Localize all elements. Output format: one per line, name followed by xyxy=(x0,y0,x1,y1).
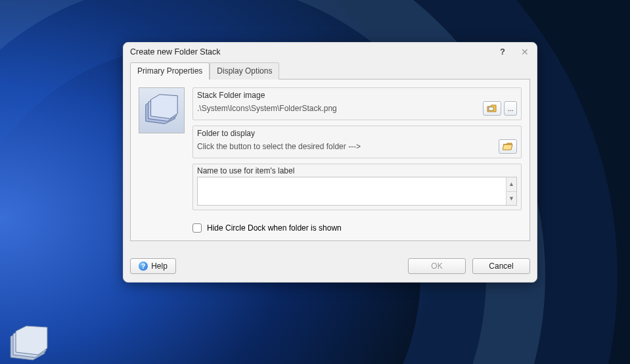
spin-down-button[interactable]: ▼ xyxy=(506,192,516,206)
name-label-group: Name to use for item's label ▲ ▼ xyxy=(192,164,522,210)
folder-to-display-value: Click the button to select the desired f… xyxy=(197,142,496,151)
help-icon: ? xyxy=(139,262,148,271)
cancel-button-label: Cancel xyxy=(489,262,513,271)
folder-to-display-label: Folder to display xyxy=(197,129,517,138)
titlebar: Create new Folder Stack ? ✕ xyxy=(124,43,537,59)
create-folder-stack-dialog: Create new Folder Stack ? ✕ Primary Prop… xyxy=(123,42,537,283)
browse-folder-button[interactable] xyxy=(499,139,517,154)
ok-button: OK xyxy=(408,258,466,274)
stack-folder-image-group: Stack Folder image .\System\Icons\System… xyxy=(192,87,522,120)
dialog-title: Create new Folder Stack xyxy=(130,47,497,57)
hide-dock-checkbox[interactable] xyxy=(192,223,202,233)
folder-picture-icon xyxy=(487,104,497,113)
dialog-body: Primary Properties Display Options St xyxy=(124,59,537,249)
titlebar-close-button: ✕ xyxy=(520,47,530,57)
stack-image-preview xyxy=(139,87,185,133)
tab-primary-properties[interactable]: Primary Properties xyxy=(130,62,210,80)
spin-up-button[interactable]: ▲ xyxy=(506,177,516,192)
cancel-button[interactable]: Cancel xyxy=(472,258,530,274)
folder-open-icon xyxy=(503,142,513,151)
svg-rect-0 xyxy=(489,107,493,110)
ellipsis-button[interactable]: ... xyxy=(504,101,517,116)
ok-button-label: OK xyxy=(431,262,442,271)
stack-folder-image-label: Stack Folder image xyxy=(197,91,517,100)
hide-dock-label: Hide Circle Dock when folder is shown xyxy=(207,223,342,233)
stack-folder-image-value: .\System\Icons\System\FolderStack.png xyxy=(197,104,480,113)
titlebar-help-button[interactable]: ? xyxy=(497,47,508,57)
tab-strip: Primary Properties Display Options xyxy=(130,62,530,79)
hide-dock-row[interactable]: Hide Circle Dock when folder is shown xyxy=(192,223,522,233)
desktop-folderstack-icon[interactable] xyxy=(4,321,51,364)
name-textarea[interactable] xyxy=(198,177,506,205)
tab-display-options[interactable]: Display Options xyxy=(210,62,279,80)
help-button[interactable]: ? Help xyxy=(130,258,176,274)
dialog-buttons: ? Help OK Cancel xyxy=(124,249,537,282)
browse-image-button[interactable] xyxy=(483,101,501,116)
name-spinner: ▲ ▼ xyxy=(506,177,516,205)
tab-panel-primary: Stack Folder image .\System\Icons\System… xyxy=(130,79,530,241)
name-label: Name to use for item's label xyxy=(197,166,517,175)
help-button-label: Help xyxy=(151,262,168,271)
folder-to-display-group: Folder to display Click the button to se… xyxy=(192,125,522,158)
